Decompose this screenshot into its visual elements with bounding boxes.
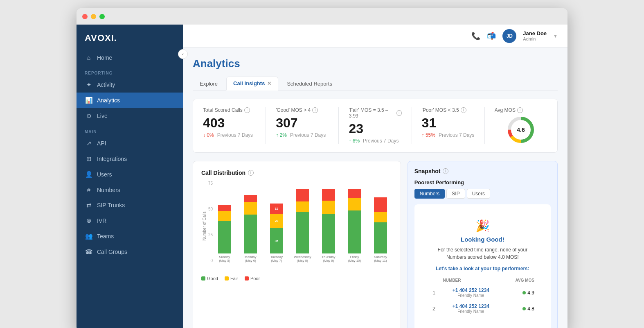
mos-dot-1 — [522, 291, 526, 294]
bar-tuesday-label: Tuesday(May 7) — [270, 255, 283, 263]
sidebar-item-numbers[interactable]: # Numbers — [77, 182, 183, 197]
snapshot-tabs: Numbers SIP Users — [414, 189, 551, 199]
bar-friday: Friday(May 10) — [343, 189, 367, 263]
app-body: AVOXI. ‹ ⌂ Home REPORTING ✦ Activity 📊 A… — [77, 25, 567, 328]
bar-friday-poor — [348, 189, 361, 198]
bar-sunday-label: Sunday(May 5) — [219, 255, 230, 263]
analytics-icon: 📊 — [85, 97, 93, 104]
stats-row: Total Scored Calls i 403 ↓ 0% Previous 7… — [193, 99, 558, 153]
bar-friday-good — [348, 210, 361, 253]
bar-sunday-poor — [218, 205, 231, 211]
snapshot-panel: Snapshot i Poorest Performing Numbers SI… — [408, 161, 558, 328]
sidebar-item-home[interactable]: ⌂ Home — [77, 50, 183, 65]
info-icon-snapshot[interactable]: i — [443, 168, 448, 174]
bar-tuesday-good: 35 — [270, 228, 283, 253]
stat-value-good: 307 — [276, 115, 329, 131]
sip-trunks-icon: ⇄ — [85, 201, 93, 209]
sidebar-collapse-button[interactable]: ‹ — [178, 49, 188, 59]
stat-fair-mos: 'Fair' MOS = 3.5 – 3.99 i 23 ↑ 6% Previo… — [339, 107, 412, 144]
bar-thursday: Thursday(May 9) — [317, 189, 340, 263]
tab-scheduled-reports[interactable]: Scheduled Reports — [280, 77, 339, 90]
top-performers-label: Let's take a look at your top performers… — [428, 266, 538, 271]
performer-mos-1: 4.9 — [502, 285, 537, 300]
top-bar: 📞 📬 JD Jane Doe Admin ▼ — [183, 25, 567, 48]
bar-monday-label: Monday(May 6) — [245, 255, 256, 263]
performer-rank-2: 2 — [428, 301, 440, 316]
bar-wednesday-label: Wednesday(May 8) — [294, 255, 311, 263]
users-icon: 👤 — [85, 171, 93, 178]
bar-thursday-label: Thursday(May 9) — [322, 255, 335, 263]
sidebar-item-live[interactable]: ⊙ Live — [77, 108, 183, 124]
info-icon-fair[interactable]: i — [396, 110, 402, 116]
sidebar-item-api[interactable]: ↗ API — [77, 136, 183, 151]
bar-monday-poor — [244, 195, 257, 202]
sidebar-item-sip-trunks[interactable]: ⇄ SIP Trunks — [77, 197, 183, 213]
poorest-performing-label: Poorest Performing — [414, 179, 551, 185]
tab-close-icon[interactable]: ✕ — [267, 81, 271, 86]
activity-icon: ✦ — [85, 81, 93, 88]
info-icon-distribution[interactable]: i — [248, 170, 254, 176]
looking-good-content: 🎉 Looking Good! For the selected time ra… — [421, 211, 544, 325]
stat-change-fair: ↑ 6% Previous 7 Days — [349, 138, 401, 144]
sidebar-item-integrations[interactable]: ⊞ Integrations — [77, 151, 183, 167]
phone-icon[interactable]: 📞 — [471, 32, 480, 41]
bar-tuesday: 15 20 35 Tuesday(May 7) — [265, 189, 288, 263]
user-name: Jane Doe — [523, 30, 547, 36]
performer-row-1: 1 +1 404 252 1234 Friendly Name — [428, 285, 537, 300]
stat-poor-mos: 'Poor' MOS < 3.5 i 31 ↑ 55% Previous 7 D… — [412, 107, 485, 144]
bar-saturday: Saturday(May 11) — [369, 189, 392, 263]
bar-wednesday: Wednesday(May 8) — [291, 189, 315, 263]
stat-good-mos: 'Good' MOS > 4 i 307 ↑ 2% Previous 7 Day… — [266, 107, 339, 144]
bar-sunday-good — [218, 221, 231, 253]
svg-text:4.6: 4.6 — [517, 127, 525, 133]
performers-table: NUMBER AVG MOS 1 +1 404 252 1 — [428, 276, 538, 317]
chevron-down-icon[interactable]: ▼ — [553, 34, 558, 38]
close-button[interactable] — [82, 14, 88, 19]
main-content: 📞 📬 JD Jane Doe Admin ▼ Analytics Explor… — [183, 25, 567, 328]
party-icon: 🎉 — [428, 219, 538, 233]
bar-tuesday-poor: 15 — [270, 204, 283, 214]
maximize-button[interactable] — [99, 14, 105, 19]
tab-explore[interactable]: Explore — [193, 77, 225, 90]
tab-call-insights[interactable]: Call Insights ✕ — [226, 77, 278, 90]
sidebar: AVOXI. ‹ ⌂ Home REPORTING ✦ Activity 📊 A… — [77, 25, 183, 328]
sidebar-item-ivr[interactable]: ⊜ IVR — [77, 213, 183, 228]
snap-tab-numbers[interactable]: Numbers — [414, 189, 445, 199]
sidebar-logo: AVOXI. — [77, 25, 183, 50]
stat-change-good: ↑ 2% Previous 7 Days — [276, 132, 329, 138]
info-icon-poor[interactable]: i — [461, 107, 466, 113]
sidebar-item-users[interactable]: 👤 Users — [77, 167, 183, 182]
avatar: JD — [502, 29, 516, 43]
api-icon: ↗ — [85, 140, 93, 147]
info-icon-total[interactable]: i — [244, 107, 250, 113]
bar-tuesday-fair: 20 — [270, 214, 283, 228]
bar-monday-fair — [244, 202, 257, 215]
col-header-avg-mos: AVG MOS — [502, 276, 537, 284]
snap-tab-users[interactable]: Users — [467, 189, 490, 199]
voicemail-icon[interactable]: 📬 — [487, 32, 496, 41]
sidebar-item-activity[interactable]: ✦ Activity — [77, 77, 183, 93]
bar-sunday-fair — [218, 211, 231, 221]
sidebar-item-analytics[interactable]: 📊 Analytics — [77, 93, 183, 108]
performer-row-2: 2 +1 404 252 1234 Friendly Name — [428, 301, 537, 316]
call-distribution-panel: Call Distribution i Number of Calls 75 5… — [193, 161, 401, 328]
sidebar-item-call-groups[interactable]: ☎ Call Groups — [77, 244, 183, 260]
mos-donut-chart: 4.6 — [507, 115, 535, 144]
bar-wednesday-poor — [296, 189, 309, 201]
title-bar — [77, 8, 567, 25]
snap-tab-sip[interactable]: SIP — [446, 189, 465, 199]
sidebar-section-main: MAIN — [77, 124, 183, 136]
integrations-icon: ⊞ — [85, 155, 93, 163]
home-icon: ⌂ — [85, 54, 93, 61]
stat-total-scored-calls: Total Scored Calls i 403 ↓ 0% Previous 7… — [193, 107, 266, 144]
stat-value-fair: 23 — [349, 121, 401, 136]
bar-wednesday-good — [296, 212, 309, 253]
legend-dot-poor — [245, 276, 249, 280]
charts-row: Call Distribution i Number of Calls 75 5… — [193, 161, 558, 328]
info-icon-mos[interactable]: i — [517, 107, 523, 113]
minimize-button[interactable] — [91, 14, 96, 19]
stat-change-poor: ↑ 55% Previous 7 Days — [422, 132, 475, 138]
sidebar-item-teams[interactable]: 👥 Teams — [77, 228, 183, 244]
info-icon-good[interactable]: i — [312, 107, 318, 113]
bar-wednesday-fair — [296, 201, 309, 212]
